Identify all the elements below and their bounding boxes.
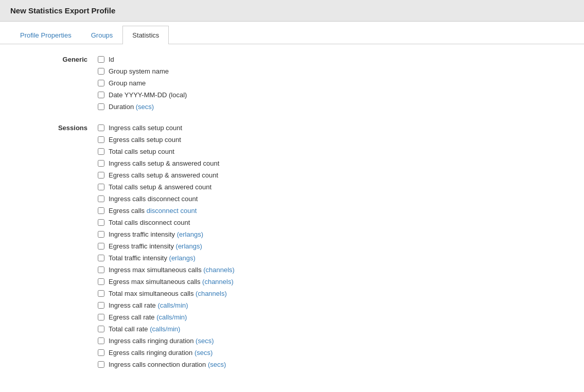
total-max-sim-highlight: (channels) [196,290,227,297]
checkbox-egress-disconnect-input[interactable] [98,207,104,214]
checkbox-total-setup-label: Total calls setup count [109,148,174,155]
checkbox-egress-setup-label: Egress calls setup count [109,136,181,144]
checkbox-group-system-name-input[interactable] [98,68,104,75]
checkbox-ingress-traffic-input[interactable] [98,231,104,238]
checkbox-ingress-max-sim-input[interactable] [98,266,104,273]
checkbox-total-setup-answered-label: Total calls setup & answered count [109,183,211,191]
checkbox-egress-traffic: Egress traffic intensity (erlangs) [98,241,569,251]
duration-highlight: (secs) [136,103,154,111]
content-area: Generic Id Group system name Group name … [0,44,584,386]
checkbox-egress-setup-answered-input[interactable] [98,172,104,179]
checkbox-date-label: Date YYYY-MM-DD (local) [109,91,187,99]
checkbox-ingress-ringing-label: Ingress calls ringing duration (secs) [109,337,214,345]
section-items-generic: Id Group system name Group name Date YYY… [98,55,569,112]
checkbox-egress-call-rate-input[interactable] [98,314,104,320]
checkbox-ingress-disconnect-input[interactable] [98,195,104,202]
checkbox-total-max-sim-label: Total max simultaneous calls (channels) [109,290,227,297]
checkbox-ingress-connection-label: Ingress calls connection duration (secs) [109,361,226,368]
checkbox-total-traffic: Total traffic intensity (erlangs) [98,253,569,263]
checkbox-ingress-setup-input[interactable] [98,124,104,131]
checkbox-total-setup: Total calls setup count [98,147,569,156]
section-sessions: Sessions Ingress calls setup count Egres… [15,123,569,369]
checkbox-duration: Duration (secs) [98,102,569,112]
section-label-sessions: Sessions [15,123,98,369]
tab-statistics[interactable]: Statistics [122,26,169,44]
checkbox-egress-setup-answered: Egress calls setup & answered count [98,170,569,180]
checkbox-total-max-sim-input[interactable] [98,290,104,297]
tab-groups[interactable]: Groups [81,26,123,44]
total-call-rate-highlight: (calls/min) [150,325,180,333]
checkbox-total-disconnect-label: Total calls disconnect count [109,219,190,226]
checkbox-ingress-setup: Ingress calls setup count [98,123,569,133]
checkbox-total-disconnect-input[interactable] [98,219,104,226]
checkbox-egress-ringing: Egress calls ringing duration (secs) [98,348,569,358]
checkbox-ingress-traffic: Ingress traffic intensity (erlangs) [98,229,569,239]
checkbox-ingress-call-rate-label: Ingress call rate (calls/min) [109,301,188,309]
checkbox-ingress-setup-answered-input[interactable] [98,160,104,167]
checkbox-ingress-call-rate-input[interactable] [98,302,104,309]
egress-call-rate-highlight: (calls/min) [156,313,187,321]
checkbox-date: Date YYYY-MM-DD (local) [98,90,569,100]
checkbox-total-call-rate: Total call rate (calls/min) [98,324,569,334]
checkbox-ingress-max-sim: Ingress max simultaneous calls (channels… [98,265,569,275]
checkbox-group-name: Group name [98,78,569,88]
checkbox-total-traffic-label: Total traffic intensity (erlangs) [109,254,196,262]
checkbox-ingress-setup-label: Ingress calls setup count [109,124,182,132]
page-title: New Statistics Export Profile [10,6,115,15]
egress-traffic-highlight: (erlangs) [176,242,202,250]
tabs-bar: Profile Properties Groups Statistics [0,26,584,44]
checkbox-egress-max-sim-label: Egress max simultaneous calls (channels) [109,278,234,286]
checkbox-total-max-sim: Total max simultaneous calls (channels) [98,289,569,298]
checkbox-date-input[interactable] [98,92,104,98]
checkbox-total-traffic-input[interactable] [98,255,104,261]
checkbox-ingress-setup-answered-label: Ingress calls setup & answered count [109,159,219,167]
page-wrapper: New Statistics Export Profile Profile Pr… [0,0,584,392]
section-items-sessions: Ingress calls setup count Egress calls s… [98,123,569,369]
checkbox-ingress-ringing-input[interactable] [98,337,104,344]
ingress-call-rate-highlight: (calls/min) [157,301,188,309]
checkbox-ingress-connection-input[interactable] [98,361,104,368]
checkbox-group-system-name-label: Group system name [109,67,169,75]
checkbox-egress-traffic-label: Egress traffic intensity (erlangs) [109,242,202,250]
checkbox-egress-ringing-label: Egress calls ringing duration (secs) [109,349,213,357]
checkbox-group-name-label: Group name [109,79,146,87]
egress-max-sim-highlight: (channels) [202,278,234,286]
checkbox-ingress-traffic-label: Ingress traffic intensity (erlangs) [109,230,203,238]
checkbox-group-name-input[interactable] [98,80,104,86]
checkbox-ingress-disconnect-label: Ingress calls disconnect count [109,195,198,203]
checkbox-ingress-setup-answered: Ingress calls setup & answered count [98,158,569,168]
total-traffic-highlight: (erlangs) [169,254,196,262]
checkbox-egress-setup-input[interactable] [98,136,104,143]
checkbox-total-call-rate-input[interactable] [98,326,104,332]
tab-profile-properties[interactable]: Profile Properties [10,26,81,44]
checkbox-total-setup-answered: Total calls setup & answered count [98,182,569,192]
checkbox-total-setup-answered-input[interactable] [98,184,104,190]
checkbox-ingress-connection: Ingress calls connection duration (secs) [98,360,569,369]
checkbox-group-system-name: Group system name [98,66,569,76]
checkbox-egress-disconnect: Egress calls disconnect count [98,206,569,216]
ingress-traffic-highlight: (erlangs) [177,230,203,238]
checkbox-egress-max-sim: Egress max simultaneous calls (channels) [98,277,569,287]
checkbox-total-setup-input[interactable] [98,148,104,155]
checkbox-id-input[interactable] [98,56,104,63]
checkbox-total-disconnect: Total calls disconnect count [98,218,569,227]
checkbox-id-label: Id [109,56,114,63]
checkbox-id: Id [98,55,569,64]
checkbox-egress-call-rate-label: Egress call rate (calls/min) [109,313,187,321]
egress-disconnect-highlight: disconnect count [147,207,197,215]
checkbox-total-call-rate-label: Total call rate (calls/min) [109,325,180,333]
checkbox-egress-max-sim-input[interactable] [98,278,104,285]
checkbox-ingress-call-rate: Ingress call rate (calls/min) [98,300,569,310]
checkbox-duration-input[interactable] [98,103,104,110]
checkbox-egress-ringing-input[interactable] [98,349,104,356]
section-label-generic: Generic [15,55,98,112]
checkbox-duration-label: Duration (secs) [109,103,154,111]
checkbox-ingress-disconnect: Ingress calls disconnect count [98,194,569,204]
checkbox-ingress-max-sim-label: Ingress max simultaneous calls (channels… [109,266,235,274]
ingress-ringing-highlight: (secs) [196,337,214,345]
ingress-connection-highlight: (secs) [208,361,226,368]
checkbox-egress-setup-answered-label: Egress calls setup & answered count [109,171,218,179]
checkbox-egress-traffic-input[interactable] [98,243,104,250]
egress-ringing-highlight: (secs) [194,349,213,357]
checkbox-egress-disconnect-label: Egress calls disconnect count [109,207,197,215]
